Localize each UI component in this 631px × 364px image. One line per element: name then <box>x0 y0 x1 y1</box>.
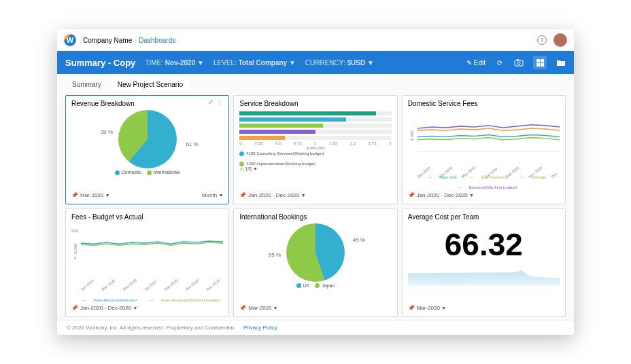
more-icon[interactable]: ⋮ <box>216 98 223 106</box>
tabs: Summary New Project Scenario <box>57 74 574 91</box>
workday-logo[interactable]: W <box>64 34 76 46</box>
time-dropdown[interactable]: Mar-2020 ▼ <box>80 192 109 198</box>
pin-icon[interactable]: 📌 <box>71 305 78 311</box>
period-dropdown[interactable]: Month ▼ <box>202 192 223 198</box>
time-dropdown[interactable]: Jan-2020 - Dec-2020 ▼ <box>417 192 474 198</box>
card-service-breakdown[interactable]: Service Breakdown 00.250.50.7511.251.51.… <box>233 95 397 204</box>
area-sparkline <box>408 267 560 286</box>
pin-icon[interactable]: 📌 <box>408 192 415 198</box>
card-domestic-fees[interactable]: Domestic Service Fees $,000 Jan-2020Mar-… <box>402 95 566 204</box>
pin-icon[interactable]: 📌 <box>239 305 246 311</box>
tab-new-project[interactable]: New Project Scenario <box>111 78 190 91</box>
pin-icon[interactable]: 📌 <box>239 192 246 198</box>
line-chart <box>417 113 560 162</box>
edit-button[interactable]: ✎ Edit <box>466 59 485 67</box>
footer: © 2020 Workday, Inc. All rights reserved… <box>57 320 574 335</box>
card-title: Revenue Breakdown <box>71 100 223 107</box>
card-revenue-breakdown[interactable]: Revenue Breakdown ⤢ ⋮ 39 % 61 % Domestic… <box>65 95 229 204</box>
folder-icon[interactable] <box>556 58 566 67</box>
context-bar: Summary - Copy TIME: Nov-2020 ▼ LEVEL: T… <box>57 51 574 74</box>
svg-point-1 <box>517 62 520 65</box>
topbar: W Company Name Dashboards ? <box>57 29 574 51</box>
pin-icon[interactable]: 📌 <box>408 305 415 311</box>
camera-icon[interactable] <box>514 58 524 67</box>
level-selector[interactable]: LEVEL: Total Company ▼ <box>214 59 296 67</box>
legend: Domestic International <box>115 170 180 175</box>
pie-chart <box>286 223 345 282</box>
svg-rect-2 <box>517 59 519 60</box>
tab-summary[interactable]: Summary <box>65 78 108 91</box>
dashboard-grid: Revenue Breakdown ⤢ ⋮ 39 % 61 % Domestic… <box>57 91 574 320</box>
grid-view-icon[interactable] <box>533 56 547 69</box>
time-dropdown[interactable]: Jan-2020 - Dec-2020 ▼ <box>248 192 305 198</box>
currency-selector[interactable]: CURRENCY: $USD ▼ <box>305 59 374 67</box>
avatar[interactable] <box>553 33 567 47</box>
breadcrumb-dashboards[interactable]: Dashboards <box>139 37 175 44</box>
app-shell: W Company Name Dashboards ? Summary - Co… <box>57 29 574 335</box>
card-fees-budget-actual[interactable]: Fees - Budget vs Actual $,000 500 0 Jan-… <box>65 208 229 318</box>
hbar-chart <box>239 111 391 140</box>
kpi-value: 66.32 <box>408 226 560 263</box>
time-selector[interactable]: TIME: Nov-2020 ▼ <box>145 59 204 67</box>
company-name: Company Name <box>83 37 132 44</box>
card-intl-bookings[interactable]: International Bookings 55 % 45 % UK Japa… <box>233 208 397 318</box>
help-icon[interactable]: ? <box>537 35 547 45</box>
page-title: Summary - Copy <box>65 58 135 68</box>
privacy-link[interactable]: Privacy Policy <box>243 325 277 331</box>
expand-icon[interactable]: ⤢ <box>208 98 214 105</box>
copyright: © 2020 Workday, Inc. All rights reserved… <box>67 325 235 331</box>
time-dropdown[interactable]: Mar-2020 ▼ <box>417 305 446 311</box>
card-avg-cost[interactable]: Average Cost per Team 66.32 📌Mar-2020 ▼ <box>402 208 566 318</box>
pie-chart <box>118 110 177 168</box>
line-chart <box>81 226 223 276</box>
time-dropdown[interactable]: Jan-2020 - Dec-2020 ▼ <box>80 305 137 311</box>
pin-icon[interactable]: 📌 <box>71 192 78 198</box>
svg-rect-0 <box>515 60 523 66</box>
refresh-icon[interactable]: ⟳ <box>495 58 505 67</box>
time-dropdown[interactable]: Mar-2020 ▼ <box>248 305 277 311</box>
